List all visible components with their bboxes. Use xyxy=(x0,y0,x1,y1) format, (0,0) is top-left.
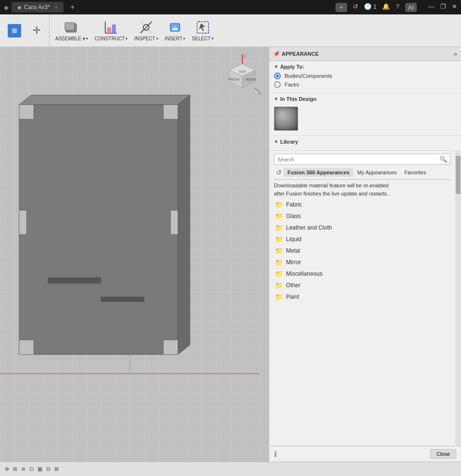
status-icon-1[interactable]: ⊕ xyxy=(5,466,9,472)
radio-inner xyxy=(276,74,279,77)
toolbar-group-main: ASSEMBLE ▾ ▾ CONSTRUCT ▾ xyxy=(50,14,218,47)
status-icon-2[interactable]: ⊞ xyxy=(13,466,17,472)
toolbar-item-construct[interactable]: CONSTRUCT ▾ xyxy=(92,17,131,44)
svg-rect-18 xyxy=(19,105,178,354)
win-maximize[interactable]: ❐ xyxy=(440,3,446,12)
timer-button[interactable]: 🕐 1 xyxy=(364,3,377,12)
add-button[interactable]: + xyxy=(336,3,347,12)
toolbar-item-insert[interactable]: ⛰ INSERT ▾ xyxy=(162,17,188,44)
folder-item-glass[interactable]: 📁 Glass xyxy=(274,211,450,221)
scroll-thumb[interactable] xyxy=(456,156,461,194)
3d-box xyxy=(14,90,207,378)
library-header[interactable]: ▼ Library xyxy=(274,139,456,145)
status-icon-4[interactable]: ⊡ xyxy=(29,466,34,472)
svg-text:Z: Z xyxy=(243,54,246,59)
tab-icon: ◈ xyxy=(17,4,21,11)
construct-icon xyxy=(103,20,119,35)
ai-button[interactable]: AI xyxy=(405,3,417,12)
info-icon: ℹ xyxy=(274,450,277,459)
title-bar-left: ◈ ◈ Cara Av3* × + xyxy=(4,2,79,12)
library-content: 🔍 ↺ Fusion 360 Appearances My Appearance… xyxy=(269,151,461,446)
status-icon-3[interactable]: ⊛ xyxy=(21,466,25,472)
construct-label: CONSTRUCT ▾ xyxy=(95,36,128,41)
toolbar-item-assemble-small[interactable] xyxy=(4,17,25,44)
win-close[interactable]: ✕ xyxy=(452,3,457,12)
main-area: Z X TOP FRONT RIGHT 📌 APPEARANC xyxy=(0,47,461,462)
apply-to-faces[interactable]: Faces xyxy=(274,81,456,88)
radio-faces[interactable] xyxy=(274,81,281,88)
help-button[interactable]: ? xyxy=(396,3,399,12)
panel-expand-icon[interactable]: » xyxy=(453,50,457,58)
inspect-icon xyxy=(138,20,154,35)
folder-icon-paint: 📁 xyxy=(275,293,283,301)
notice-line2: after Fusion finishes the live update an… xyxy=(274,190,450,198)
in-this-design-section: ▼ In This Design xyxy=(269,93,461,136)
win-minimize[interactable]: — xyxy=(428,3,435,12)
folder-icon-fabric: 📁 xyxy=(275,201,283,208)
folder-icon-mirror: 📁 xyxy=(275,258,283,266)
assemble-small-icon xyxy=(7,23,22,38)
svg-text:TOP: TOP xyxy=(239,70,246,73)
insert-icon: ⛰ xyxy=(167,20,183,35)
toolbar-group-quick: ✛ xyxy=(2,14,50,47)
in-this-design-header[interactable]: ▼ In This Design xyxy=(274,96,456,102)
refresh-button[interactable]: ↺ xyxy=(353,3,358,12)
folder-icon-liquid: 📁 xyxy=(275,235,283,243)
tab-my-appearances[interactable]: My Appearances xyxy=(353,168,400,177)
folder-item-paint[interactable]: 📁 Paint xyxy=(274,292,450,302)
status-icon-6[interactable]: ⊟ xyxy=(46,466,50,472)
tab-close-button[interactable]: × xyxy=(55,5,58,10)
radio-bodies[interactable] xyxy=(274,73,281,79)
folder-label-fabric: Fabric xyxy=(286,201,302,208)
tab-fusion360-appearances[interactable]: Fusion 360 Appearances xyxy=(284,168,353,177)
toolbar-item-select[interactable]: SELECT ▾ xyxy=(189,17,216,44)
refresh-library-button[interactable]: ↺ xyxy=(274,168,284,177)
toolbar-item-assemble[interactable]: ASSEMBLE ▾ ▾ xyxy=(52,17,91,44)
title-bar-controls: + ↺ 🕐 1 🔔 ? AI — ❐ ✕ xyxy=(336,3,457,12)
folder-item-miscellaneous[interactable]: 📁 Miscellaneous xyxy=(274,269,450,279)
bodies-label: Bodies/Components xyxy=(285,73,332,79)
library-inner: 🔍 ↺ Fusion 360 Appearances My Appearance… xyxy=(269,151,455,446)
status-icon-5[interactable]: ▦ xyxy=(37,466,42,472)
apply-to-bodies[interactable]: Bodies/Components xyxy=(274,73,456,79)
new-tab-button[interactable]: + xyxy=(66,2,79,12)
folder-item-metal[interactable]: 📁 Metal xyxy=(274,245,450,256)
notification-button[interactable]: 🔔 xyxy=(382,3,390,12)
folder-label-mirror: Mirror xyxy=(286,259,301,266)
folder-icon-leather: 📁 xyxy=(275,224,283,232)
panel-pin-icon[interactable]: 📌 xyxy=(273,51,280,57)
folder-item-liquid[interactable]: 📁 Liquid xyxy=(274,234,450,244)
folder-label-miscellaneous: Miscellaneous xyxy=(286,270,323,277)
main-tab[interactable]: ◈ Cara Av3* × xyxy=(12,2,63,12)
scroll-track[interactable] xyxy=(455,151,461,446)
appearance-panel: 📌 APPEARANCE » ▼ Apply To: Bodies/Compon… xyxy=(269,47,461,462)
material-thumbnail[interactable] xyxy=(274,107,298,131)
svg-text:X: X xyxy=(258,91,261,95)
apply-to-header[interactable]: ▼ Apply To: xyxy=(274,64,456,70)
close-button[interactable]: Close xyxy=(430,449,456,459)
inspect-label: INSPECT ▾ xyxy=(134,36,158,41)
library-section-header: ▼ Library xyxy=(269,136,461,151)
status-icon-7[interactable]: ⊠ xyxy=(54,466,59,472)
tab-favorites[interactable]: Favorites xyxy=(400,168,430,177)
folder-item-fabric[interactable]: 📁 Fabric xyxy=(274,199,450,210)
svg-rect-1 xyxy=(12,28,17,33)
folder-label-glass: Glass xyxy=(286,213,301,220)
svg-text:✛: ✛ xyxy=(33,25,41,36)
folder-item-other[interactable]: 📁 Other xyxy=(274,280,450,291)
folder-label-other: Other xyxy=(286,282,300,289)
toolbar-item-move[interactable]: ✛ xyxy=(26,17,47,44)
viewport[interactable]: Z X TOP FRONT RIGHT xyxy=(0,47,269,462)
toolbar-item-inspect[interactable]: INSPECT ▾ xyxy=(131,17,161,44)
select-icon xyxy=(195,20,211,35)
library-label: Library xyxy=(280,139,298,145)
folder-label-metal: Metal xyxy=(286,247,300,254)
tab-label: Cara Av3* xyxy=(24,4,50,11)
search-box[interactable]: 🔍 xyxy=(274,154,450,165)
panel-header: 📌 APPEARANCE » xyxy=(269,47,461,61)
folder-item-leather[interactable]: 📁 Leather and Cloth xyxy=(274,222,450,233)
faces-label: Faces xyxy=(285,82,299,87)
nav-cube[interactable]: Z X TOP FRONT RIGHT xyxy=(221,52,264,95)
folder-item-mirror[interactable]: 📁 Mirror xyxy=(274,257,450,268)
search-input[interactable] xyxy=(277,157,437,162)
